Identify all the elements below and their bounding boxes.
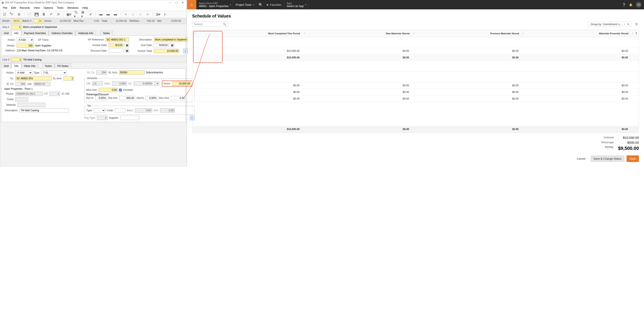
- menu-file[interactable]: File: [3, 6, 7, 9]
- table-row[interactable]: [192, 72, 639, 82]
- attach-icon[interactable]: 📎▾: [74, 12, 78, 17]
- cancel-button[interactable]: Cancel: [574, 155, 588, 162]
- last-record-icon[interactable]: »: [146, 12, 150, 17]
- column-menu-icon[interactable]: ⋮: [303, 32, 306, 35]
- column-menu-icon[interactable]: ⋮: [413, 32, 415, 35]
- menu-options[interactable]: Options: [44, 6, 53, 9]
- refresh-icon[interactable]: ⟳: [56, 12, 60, 17]
- search-icon[interactable]: 🔍: [258, 3, 263, 7]
- tab-po-notes[interactable]: PO Notes: [54, 64, 71, 69]
- month-value[interactable]: 09/24: [12, 19, 21, 23]
- table-row[interactable]: $10,000.00$0.00$0.00$0.00: [192, 48, 639, 54]
- save-icon[interactable]: 💾: [34, 12, 39, 17]
- glacct-input[interactable]: [119, 70, 144, 75]
- tab-addenda-info[interactable]: Addenda Info: [76, 31, 96, 36]
- prev-record-icon[interactable]: ‹: [131, 12, 135, 17]
- line-input[interactable]: [11, 58, 22, 62]
- invtotal-input[interactable]: [154, 49, 179, 53]
- apps-selector[interactable]: Apps Select an App ▼: [284, 0, 308, 9]
- action-select[interactable]: A-Add: [16, 38, 34, 42]
- table-row[interactable]: $0.00$0.00$0.00$0.00: [192, 89, 639, 96]
- first-record-icon[interactable]: «: [124, 12, 128, 17]
- menu-help[interactable]: Help: [82, 6, 88, 9]
- discamt-input[interactable]: [171, 96, 186, 100]
- column-menu-icon[interactable]: ⋮: [632, 32, 634, 35]
- maximize-button[interactable]: ▢: [174, 1, 179, 4]
- home-button[interactable]: ⌂: [187, 0, 196, 9]
- minimize-button[interactable]: —: [168, 1, 172, 4]
- menu-records[interactable]: Records: [20, 6, 30, 9]
- tab-info-2[interactable]: Info: [12, 64, 21, 69]
- bell-icon[interactable]: 🔔: [629, 3, 632, 7]
- undo-icon[interactable]: ↶: [49, 12, 53, 17]
- tab-notes-2[interactable]: Notes: [42, 64, 54, 69]
- settings-sliders-icon[interactable]: ☰: [634, 22, 639, 27]
- desc2-input[interactable]: [20, 108, 68, 113]
- tab-payment-overrides[interactable]: Payment Overrides: [21, 31, 49, 36]
- goto-first-icon[interactable]: |‹: [163, 12, 168, 17]
- next-record-icon[interactable]: ›: [138, 12, 142, 17]
- supplier-input[interactable]: [120, 116, 140, 120]
- table-row[interactable]: $0.00$0.00$0.00$0.00: [192, 82, 639, 89]
- save-change-status-button[interactable]: Save & Change Status: [590, 155, 624, 162]
- print-icon[interactable]: 🖶▾: [81, 12, 86, 17]
- menu-windows[interactable]: Windows: [67, 6, 78, 9]
- column-menu-icon[interactable]: ⋮: [194, 32, 196, 35]
- menu-edit[interactable]: Edit: [11, 6, 16, 9]
- menu-tools[interactable]: Tools: [57, 6, 64, 9]
- tab-notes-1[interactable]: Notes: [100, 31, 112, 36]
- table-row[interactable]: $0.00$0.00$0.00$0.00: [192, 96, 639, 102]
- tab-other-info[interactable]: Other Info: [21, 64, 38, 69]
- desc-input[interactable]: [154, 38, 188, 42]
- tab-info-1[interactable]: Info: [12, 31, 21, 36]
- invdate-input[interactable]: [108, 43, 124, 47]
- table-row[interactable]: [192, 61, 639, 72]
- user-avatar[interactable]: DE: [636, 2, 642, 8]
- spellcheck-icon[interactable]: ✔: [88, 12, 93, 17]
- panel2-icon[interactable]: ▬: [106, 12, 110, 17]
- check-icon[interactable]: ☑: [2, 12, 6, 17]
- seq-input[interactable]: [11, 25, 22, 29]
- menu-view[interactable]: View: [34, 6, 40, 9]
- uc-dd[interactable]: [154, 81, 159, 86]
- apref-input[interactable]: [106, 38, 129, 42]
- panel1-icon[interactable]: ▬: [99, 12, 103, 17]
- binoculars-icon[interactable]: 🔭: [10, 12, 14, 17]
- calendar-icon[interactable]: ▦: [125, 43, 129, 47]
- due-input[interactable]: [154, 43, 169, 47]
- gear-icon[interactable]: ⚙: [17, 12, 21, 17]
- tab-address-overrides[interactable]: Address Overrides: [48, 31, 75, 36]
- org-selector[interactable]: Agave Demo ERP 46802 - Apex Properties ▼: [196, 0, 233, 9]
- search-input[interactable]: Search 🔍: [192, 22, 228, 27]
- sl-input[interactable]: [15, 76, 52, 81]
- grid-icon[interactable]: ▦▾: [67, 12, 71, 17]
- tab-grid-1[interactable]: Grid: [1, 31, 12, 36]
- save-button[interactable]: Save: [626, 155, 639, 162]
- vendor-no-input[interactable]: [16, 44, 34, 48]
- batch-value[interactable]: 24: [33, 19, 43, 23]
- retamt-input[interactable]: [119, 96, 135, 100]
- new-file-icon[interactable]: 📄: [27, 12, 32, 17]
- discpct-input[interactable]: [146, 96, 158, 100]
- action2-select[interactable]: A-Add: [15, 70, 32, 75]
- slitem-input[interactable]: [64, 76, 74, 81]
- panel3-icon[interactable]: ▬: [113, 12, 118, 17]
- table-row[interactable]: $10,000.00$0.00$0.00$0.00: [192, 54, 639, 61]
- retpct-input[interactable]: [95, 96, 107, 100]
- taxtype-select[interactable]: [94, 108, 106, 113]
- tools-selector[interactable]: Project Tools ▼: [233, 0, 256, 9]
- groupby-chip[interactable]: Group by: Commitment Li… × ▼: [588, 22, 632, 27]
- favorites-button[interactable]: ★ Favorites: [266, 3, 281, 7]
- included-checkbox[interactable]: [119, 89, 122, 91]
- calendar-icon-3[interactable]: ▦: [170, 43, 174, 47]
- tab-grid-2[interactable]: Grid: [1, 64, 12, 69]
- clear-groupby-icon[interactable]: ×: [624, 23, 626, 26]
- type-select[interactable]: 7-SL: [41, 70, 67, 75]
- table-icon[interactable]: ⊞▾: [156, 12, 160, 17]
- calendar-icon-2[interactable]: ▦: [125, 49, 129, 53]
- code-input[interactable]: [115, 108, 126, 113]
- trash-icon[interactable]: 🗑: [42, 12, 46, 17]
- help-icon[interactable]: ❔: [622, 3, 626, 7]
- discdate-input[interactable]: [108, 49, 124, 53]
- table-row[interactable]: [192, 37, 639, 48]
